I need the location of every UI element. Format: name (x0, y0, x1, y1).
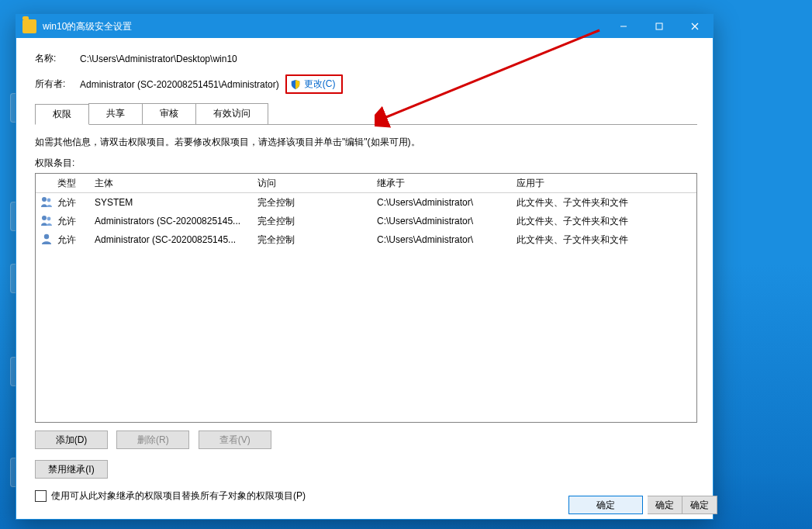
folder-icon (22, 19, 36, 33)
cell-type: 允许 (57, 215, 95, 228)
cell-principal: SYSTEM (95, 197, 257, 208)
entry-buttons: 添加(D) 删除(R) 查看(V) (35, 430, 697, 449)
svg-point-8 (47, 216, 51, 220)
svg-point-5 (42, 197, 47, 202)
replace-children-checkbox[interactable] (35, 490, 47, 502)
advanced-security-dialog: win10的高级安全设置 名称: C:\Users\Administrator\… (16, 14, 714, 520)
table-row[interactable]: 允许Administrators (SC-20200825145...完全控制C… (36, 212, 696, 230)
cell-apply: 此文件夹、子文件夹和文件 (517, 233, 692, 247)
tab-strip: 权限 共享 审核 有效访问 (35, 103, 697, 125)
close-icon (691, 22, 699, 30)
dialog-client-area: 名称: C:\Users\Administrator\Desktop\win10… (16, 38, 713, 519)
cell-access: 完全控制 (257, 196, 377, 209)
cell-inherit: C:\Users\Administrator\ (377, 234, 517, 245)
owner-label: 所有者: (35, 78, 80, 91)
view-button[interactable]: 查看(V) (199, 430, 271, 449)
change-owner-link[interactable]: 更改(C) (304, 78, 336, 91)
stacked-ok-buttons: 确定 确定 (648, 496, 717, 514)
table-row[interactable]: 允许SYSTEM完全控制C:\Users\Administrator\此文件夹、… (36, 193, 696, 212)
col-type[interactable]: 类型 (57, 177, 95, 190)
perm-entries-label: 权限条目: (35, 157, 697, 170)
name-row: 名称: C:\Users\Administrator\Desktop\win10 (35, 52, 697, 65)
name-label: 名称: (35, 52, 80, 65)
tab-effective-access[interactable]: 有效访问 (195, 103, 268, 124)
permission-table[interactable]: 类型 主体 访问 继承于 应用于 允许SYSTEM完全控制C:\Users\Ad… (35, 173, 697, 423)
disable-inherit-button[interactable]: 禁用继承(I) (35, 460, 108, 479)
owner-row: 所有者: Administrator (SC-202008251451\Admi… (35, 74, 697, 94)
cell-principal: Administrators (SC-20200825145... (95, 216, 257, 226)
ok-button-3[interactable]: 确定 (682, 496, 717, 514)
ok-button[interactable]: 确定 (568, 496, 643, 514)
hint-text: 如需其他信息，请双击权限项目。若要修改权限项目，请选择该项目并单击"编辑"(如果… (35, 136, 697, 149)
cell-inherit: C:\Users\Administrator\ (377, 197, 517, 208)
table-row[interactable]: 允许Administrator (SC-20200825145...完全控制C:… (36, 230, 696, 249)
svg-point-9 (44, 233, 49, 238)
cell-principal: Administrator (SC-20200825145... (95, 234, 257, 245)
svg-point-7 (42, 216, 47, 220)
ok-button-2[interactable]: 确定 (648, 496, 682, 514)
table-body: 允许SYSTEM完全控制C:\Users\Administrator\此文件夹、… (36, 193, 696, 249)
close-button[interactable] (677, 15, 713, 38)
maximize-icon (655, 22, 663, 30)
window-title: win10的高级安全设置 (43, 20, 606, 33)
group-icon (40, 195, 57, 210)
titlebar[interactable]: win10的高级安全设置 (16, 15, 713, 38)
name-value: C:\Users\Administrator\Desktop\win10 (80, 54, 237, 64)
cell-type: 允许 (57, 233, 95, 247)
add-button[interactable]: 添加(D) (35, 430, 108, 449)
col-access[interactable]: 访问 (257, 177, 377, 190)
footer-buttons: 确定 确定 确定 (568, 496, 717, 514)
inherit-buttons: 禁用继承(I) (35, 460, 697, 479)
minimize-button[interactable] (606, 15, 641, 38)
col-principal[interactable]: 主体 (95, 177, 257, 190)
cell-inherit: C:\Users\Administrator\ (377, 216, 517, 226)
shield-icon (290, 79, 301, 90)
col-inherit[interactable]: 继承于 (377, 177, 517, 190)
cell-access: 完全控制 (257, 233, 377, 247)
owner-value: Administrator (SC-202008251451\Administr… (80, 79, 279, 90)
svg-rect-1 (656, 23, 662, 29)
user-icon (40, 233, 57, 247)
minimize-icon (620, 22, 627, 30)
remove-button[interactable]: 删除(R) (116, 430, 189, 449)
table-header: 类型 主体 访问 继承于 应用于 (36, 174, 696, 193)
change-owner-highlight: 更改(C) (285, 74, 344, 94)
svg-point-6 (47, 198, 51, 202)
group-icon (40, 214, 57, 229)
tab-share[interactable]: 共享 (88, 103, 143, 124)
tab-audit[interactable]: 审核 (142, 103, 196, 124)
col-apply[interactable]: 应用于 (517, 177, 692, 190)
maximize-button[interactable] (641, 15, 677, 38)
cell-type: 允许 (57, 196, 95, 209)
cell-access: 完全控制 (257, 215, 377, 228)
replace-children-label: 使用可从此对象继承的权限项目替换所有子对象的权限项目(P) (51, 489, 306, 503)
tab-permissions[interactable]: 权限 (35, 104, 89, 125)
cell-apply: 此文件夹、子文件夹和文件 (517, 196, 692, 209)
cell-apply: 此文件夹、子文件夹和文件 (517, 215, 692, 228)
